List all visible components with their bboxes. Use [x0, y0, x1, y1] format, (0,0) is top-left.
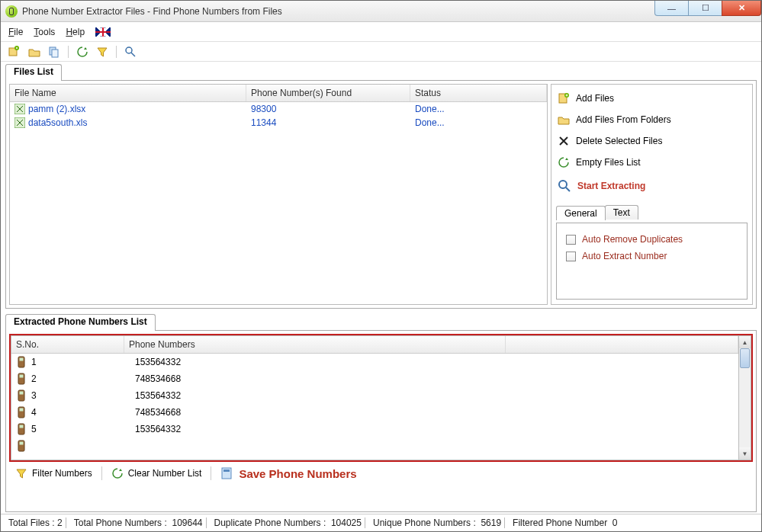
excel-file-icon — [14, 117, 25, 128]
header-phone[interactable]: Phone Numbers — [124, 336, 506, 353]
row-sno: 2 — [31, 373, 130, 384]
svg-rect-11 — [20, 358, 24, 361]
scroll-down-icon[interactable]: ▼ — [739, 447, 751, 460]
copy-icon[interactable] — [48, 46, 60, 58]
search-icon — [558, 179, 571, 193]
menu-tools[interactable]: Tools — [34, 27, 55, 37]
start-extracting-label: Start Extracting — [577, 181, 645, 191]
number-row[interactable]: 2 748534668 — [11, 370, 738, 387]
file-name: pamm (2).xlsx — [28, 104, 85, 114]
toolbar — [1, 42, 761, 62]
files-table: File Name Phone Number(s) Found Status p… — [9, 84, 548, 305]
files-panel: File Name Phone Number(s) Found Status p… — [5, 80, 757, 309]
delete-selected-button[interactable]: Delete Selected Files — [556, 132, 748, 150]
refresh-icon[interactable] — [76, 46, 88, 58]
extracted-frame: S.No. Phone Numbers 1 153564332 2 — [9, 334, 753, 462]
search-icon[interactable] — [124, 46, 137, 58]
extracted-section: Extracted Phone Numbers List S.No. Phone… — [5, 313, 757, 512]
numbers-rows: 1 153564332 2 748534668 3 153564332 — [11, 354, 738, 460]
svg-rect-21 — [20, 442, 24, 445]
menu-file[interactable]: File — [8, 27, 23, 37]
extracted-bottom-bar: Filter Numbers Clear Number List Save Ph… — [9, 462, 753, 485]
files-table-header: File Name Phone Number(s) Found Status — [10, 85, 547, 102]
checkbox-icon — [566, 235, 576, 245]
menu-bar: File Tools Help — [1, 22, 761, 42]
filter-label: Filter Numbers — [32, 468, 92, 479]
filter-numbers-button[interactable]: Filter Numbers — [11, 466, 97, 481]
phone-icon — [16, 406, 27, 418]
file-count: 11344 — [251, 117, 276, 128]
filter-icon[interactable] — [96, 46, 108, 58]
options-panel: Auto Remove Duplicates Auto Extract Numb… — [556, 223, 748, 300]
row-phone: 748534668 — [135, 373, 181, 384]
tab-text[interactable]: Text — [605, 205, 638, 220]
add-folder-icon[interactable] — [28, 46, 40, 58]
window-title: Phone Number Extractor Files - Find Phon… — [22, 6, 655, 17]
clear-label: Clear Number List — [128, 468, 202, 479]
maximize-button[interactable]: ☐ — [688, 1, 722, 16]
delete-icon — [558, 135, 570, 147]
files-tabstrip: Files List — [5, 63, 757, 80]
svg-point-4 — [126, 47, 132, 53]
window-controls: — ☐ ✕ — [655, 1, 761, 16]
scroll-up-icon[interactable]: ▲ — [739, 336, 751, 348]
extracted-panel: S.No. Phone Numbers 1 153564332 2 — [5, 330, 757, 512]
scroll-track[interactable] — [739, 348, 751, 447]
options-tabstrip: General Text — [556, 205, 748, 220]
start-extracting-button[interactable]: Start Extracting — [556, 175, 748, 197]
header-found[interactable]: Phone Number(s) Found — [246, 85, 410, 101]
add-files-icon[interactable] — [8, 46, 21, 58]
save-phone-numbers-button[interactable]: Save Phone Numbers — [216, 465, 361, 482]
add-files-button[interactable]: Add Files — [556, 89, 748, 107]
number-row[interactable]: 4 748534668 — [11, 404, 738, 421]
numbers-table: S.No. Phone Numbers 1 153564332 2 — [11, 335, 738, 460]
clear-number-list-button[interactable]: Clear Number List — [107, 466, 207, 481]
svg-rect-17 — [20, 409, 24, 412]
files-rows: pamm (2).xlsx 98300 Done... data5south.x… — [10, 102, 547, 304]
menu-help[interactable]: Help — [66, 27, 85, 37]
content-area: Files List File Name Phone Number(s) Fou… — [1, 62, 761, 514]
number-row[interactable]: 5 153564332 — [11, 421, 738, 437]
svg-rect-19 — [20, 425, 24, 428]
row-sno: 3 — [31, 390, 130, 401]
add-files-folders-button[interactable]: Add Files From Folders — [556, 111, 748, 129]
status-duplicate-numbers: Duplicate Phone Numbers : 104025 — [211, 518, 365, 528]
row-sno: 4 — [31, 407, 130, 418]
empty-list-button[interactable]: Empty Files List — [556, 153, 748, 171]
numbers-scrollbar[interactable]: ▲ ▼ — [738, 335, 751, 460]
add-files-label: Add Files — [576, 93, 614, 104]
file-status: Done... — [415, 117, 445, 128]
save-label: Save Phone Numbers — [239, 467, 356, 480]
file-row[interactable]: data5south.xls 11344 Done... — [10, 116, 547, 130]
number-row[interactable]: 1 153564332 — [11, 354, 738, 370]
app-icon — [5, 5, 18, 18]
tab-general[interactable]: General — [556, 206, 606, 220]
number-row[interactable]: 3 153564332 — [11, 387, 738, 404]
file-count: 98300 — [251, 104, 276, 114]
scroll-thumb[interactable] — [740, 348, 750, 368]
separator — [101, 466, 102, 480]
checkbox-icon — [566, 252, 576, 261]
minimize-button[interactable]: — — [654, 1, 689, 16]
auto-remove-duplicates-checkbox[interactable]: Auto Remove Duplicates — [564, 231, 739, 248]
add-folders-label: Add Files From Folders — [576, 114, 671, 125]
close-button[interactable]: ✕ — [722, 1, 761, 16]
title-bar: Phone Number Extractor Files - Find Phon… — [1, 1, 761, 22]
header-status[interactable]: Status — [410, 85, 547, 101]
header-sno[interactable]: S.No. — [11, 336, 124, 353]
separator — [211, 466, 211, 480]
file-row[interactable]: pamm (2).xlsx 98300 Done... — [10, 102, 547, 116]
add-files-icon — [558, 92, 570, 104]
status-total-numbers: Total Phone Numbers : 109644 — [71, 518, 207, 528]
header-file-name[interactable]: File Name — [10, 85, 246, 101]
row-phone: 748534668 — [135, 407, 181, 418]
tab-files-list[interactable]: Files List — [5, 64, 62, 81]
header-blank[interactable] — [506, 336, 738, 353]
status-bar: Total Files : 2 Total Phone Numbers : 10… — [1, 514, 761, 531]
number-row[interactable] — [11, 437, 738, 454]
auto-extract-number-checkbox[interactable]: Auto Extract Number — [564, 248, 739, 264]
language-flag-icon[interactable] — [95, 27, 111, 37]
auto-remove-label: Auto Remove Duplicates — [582, 234, 683, 245]
tab-extracted-list[interactable]: Extracted Phone Numbers List — [5, 314, 156, 331]
status-unique-numbers: Unique Phone Numbers : 5619 — [370, 518, 505, 528]
